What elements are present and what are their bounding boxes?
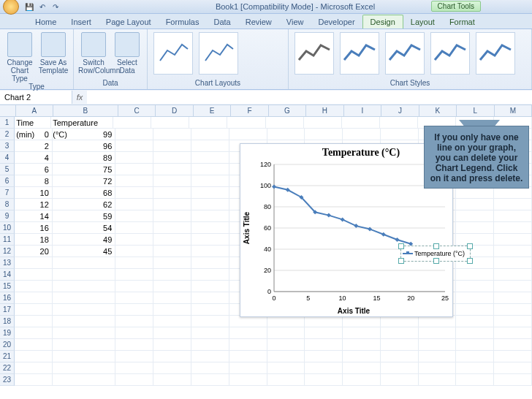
cell[interactable] <box>229 362 267 374</box>
select-data-button[interactable]: Select Data <box>112 31 142 75</box>
chart-layout-thumb[interactable] <box>199 32 238 75</box>
cell[interactable] <box>191 129 229 140</box>
cell[interactable] <box>381 339 419 351</box>
cell[interactable] <box>343 327 381 339</box>
cell[interactable]: 89 <box>53 152 115 164</box>
cell[interactable] <box>343 362 381 374</box>
tab-formulas[interactable]: Formulas <box>159 15 207 28</box>
cell[interactable] <box>494 292 532 304</box>
cell[interactable] <box>53 281 115 292</box>
chart-style-thumb[interactable] <box>476 32 515 75</box>
column-header[interactable]: D <box>156 105 193 117</box>
cell[interactable] <box>115 374 153 386</box>
cell[interactable] <box>494 234 532 246</box>
row-header[interactable]: 11 <box>0 234 15 246</box>
cell[interactable] <box>15 257 53 269</box>
cell[interactable]: 16 <box>15 222 53 234</box>
row-header[interactable]: 17 <box>0 304 15 316</box>
cell[interactable] <box>115 187 153 199</box>
cell[interactable] <box>153 140 191 152</box>
cell[interactable] <box>115 234 153 246</box>
cell[interactable] <box>305 327 343 339</box>
cell[interactable] <box>115 292 153 304</box>
cell[interactable] <box>305 362 343 374</box>
cell[interactable] <box>153 292 191 304</box>
cell[interactable]: 54 <box>53 222 115 234</box>
cell[interactable] <box>191 152 229 164</box>
cell[interactable] <box>343 374 381 386</box>
cell[interactable] <box>191 327 229 339</box>
row-header[interactable]: 7 <box>0 187 15 199</box>
cell[interactable] <box>267 374 305 386</box>
tab-developer[interactable]: Developer <box>311 15 362 28</box>
row-header[interactable]: 13 <box>0 257 15 269</box>
cell[interactable] <box>267 327 305 339</box>
formula-bar[interactable] <box>87 91 532 104</box>
cell[interactable]: 49 <box>53 234 115 246</box>
cell[interactable] <box>15 269 53 281</box>
cell[interactable] <box>494 199 532 210</box>
cell[interactable] <box>456 281 494 292</box>
cell[interactable] <box>343 339 381 351</box>
cell[interactable] <box>191 339 229 351</box>
cell[interactable]: 96 <box>53 140 115 152</box>
cell[interactable] <box>267 339 305 351</box>
cell[interactable] <box>419 351 457 362</box>
cell[interactable] <box>151 117 189 129</box>
column-header[interactable]: H <box>306 105 343 117</box>
cell[interactable] <box>153 257 191 269</box>
row-header[interactable]: 21 <box>0 351 15 362</box>
cell[interactable] <box>494 281 532 292</box>
cell[interactable] <box>305 339 343 351</box>
tab-layout[interactable]: Layout <box>403 15 442 28</box>
cell[interactable] <box>456 269 494 281</box>
cell[interactable] <box>343 351 381 362</box>
cell[interactable] <box>191 362 229 374</box>
change-chart-type-button[interactable]: Change Chart Type <box>4 31 35 83</box>
cell[interactable] <box>15 304 53 316</box>
cell[interactable] <box>115 304 153 316</box>
cell[interactable]: 72 <box>53 175 115 187</box>
row-header[interactable]: 9 <box>0 210 15 222</box>
cell[interactable] <box>456 187 494 199</box>
row-header[interactable]: 19 <box>0 327 15 339</box>
cell[interactable] <box>191 304 229 316</box>
cell[interactable] <box>53 327 115 339</box>
cell[interactable]: 2 <box>15 140 53 152</box>
cell[interactable]: 4 <box>15 152 53 164</box>
cell[interactable] <box>229 339 267 351</box>
cell[interactable] <box>227 117 265 129</box>
cell[interactable] <box>153 374 191 386</box>
cell[interactable] <box>115 281 153 292</box>
tab-home[interactable]: Home <box>28 15 64 28</box>
cell[interactable] <box>381 129 419 140</box>
save-as-template-button[interactable]: Save As Template <box>38 31 69 75</box>
cell[interactable] <box>15 374 53 386</box>
tab-insert[interactable]: Insert <box>64 15 99 28</box>
cell[interactable] <box>15 362 53 374</box>
row-header[interactable]: 12 <box>0 246 15 257</box>
column-header[interactable]: B <box>53 105 118 117</box>
cell[interactable] <box>153 152 191 164</box>
cell[interactable] <box>191 234 229 246</box>
cell[interactable] <box>456 339 494 351</box>
cell[interactable] <box>494 269 532 281</box>
row-header[interactable]: 10 <box>0 222 15 234</box>
cell[interactable] <box>456 316 494 327</box>
fx-icon[interactable]: fx <box>72 93 87 102</box>
cell[interactable] <box>153 316 191 327</box>
cell[interactable]: 12 <box>15 199 53 210</box>
cell[interactable]: Time (min) <box>15 117 51 129</box>
cell[interactable] <box>419 339 457 351</box>
cell[interactable] <box>456 210 494 222</box>
cell[interactable] <box>15 292 53 304</box>
tab-format[interactable]: Format <box>442 15 482 28</box>
undo-icon[interactable]: ↶ <box>37 1 48 12</box>
row-header[interactable]: 6 <box>0 175 15 187</box>
cell[interactable] <box>15 339 53 351</box>
cell[interactable] <box>494 362 532 374</box>
cell[interactable] <box>229 351 267 362</box>
cell[interactable] <box>381 351 419 362</box>
cell[interactable] <box>494 222 532 234</box>
cell[interactable] <box>191 374 229 386</box>
